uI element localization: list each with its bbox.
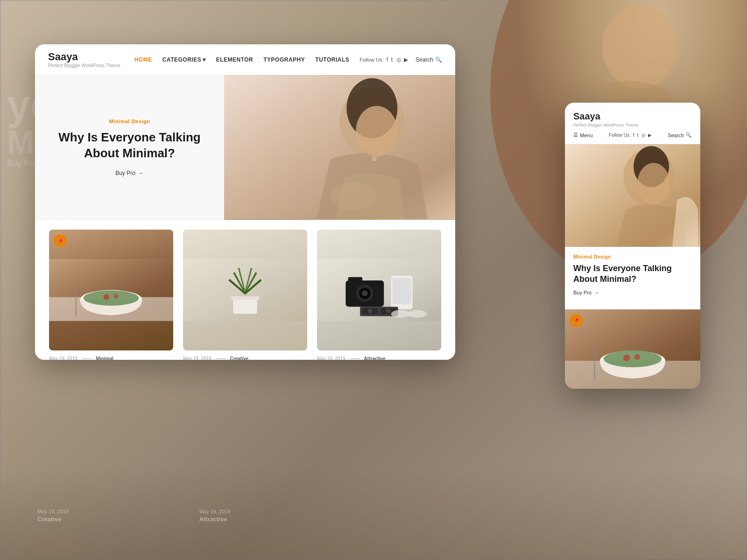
- post-card-2: May 19, 2019 Creative Basically Sum Up Y…: [178, 230, 312, 350]
- mobile-pin-badge: 📌: [570, 314, 583, 327]
- bowl-svg: [49, 230, 173, 350]
- desktop-card: Saaya Perfect Blogger WordPress Theme HO…: [35, 44, 455, 360]
- post-image-3: [317, 230, 441, 350]
- mobile-nav-row: ☰ Menu Follow Us: f 𝕥 ◎ ▶ Search 🔍: [573, 132, 692, 138]
- svg-point-7: [372, 157, 377, 161]
- desktop-hero: Minimal Design Why Is Everyone Talking A…: [35, 75, 455, 220]
- post-meta-1: May 19, 2019 Minimal: [49, 356, 173, 360]
- post-image-1: 📌: [49, 230, 173, 350]
- svg-rect-25: [393, 278, 411, 304]
- desktop-navbar: Saaya Perfect Blogger WordPress Theme HO…: [35, 44, 455, 75]
- mobile-category-tag: Minimal Design: [573, 254, 692, 259]
- post-card-3: May 19, 2019 Attractive Why You Should N…: [312, 230, 446, 350]
- svg-point-1: [602, 5, 677, 89]
- hero-image-panel: [224, 75, 455, 220]
- hero-woman-svg: [224, 75, 455, 220]
- mobile-header: Saaya Perfect Blogger WordPress Theme ☰ …: [565, 103, 700, 144]
- svg-point-4: [331, 182, 377, 210]
- svg-point-12: [104, 294, 109, 300]
- svg-rect-43: [594, 347, 595, 379]
- bg-bottom-fade: [0, 467, 747, 560]
- mobile-hero-svg: [565, 144, 700, 247]
- svg-point-36: [637, 163, 670, 205]
- svg-rect-17: [231, 296, 259, 300]
- nav-elementor[interactable]: ELEMENTOR: [216, 56, 254, 63]
- desktop-brand-title: Saaya: [48, 51, 120, 63]
- mobile-follow-label: Follow Us:: [609, 133, 631, 138]
- meta-divider-3: [350, 358, 359, 359]
- plant-svg: [183, 230, 307, 350]
- search-label: Search: [416, 56, 433, 63]
- mobile-hero-title: Why Is Everyone Talking About Minimal?: [573, 263, 692, 285]
- mobile-menu-button[interactable]: ☰ Menu: [573, 132, 593, 138]
- svg-rect-23: [348, 277, 363, 282]
- mobile-twitter-icon[interactable]: 𝕥: [637, 133, 639, 138]
- facebook-icon[interactable]: f: [387, 56, 388, 63]
- mobile-hero-content: Minimal Design Why Is Everyone Talking A…: [565, 247, 700, 309]
- svg-point-22: [362, 290, 367, 296]
- post-meta-2: May 19, 2019 Creative: [183, 356, 307, 360]
- svg-point-6: [356, 106, 397, 157]
- desktop-brand: Saaya Perfect Blogger WordPress Theme: [48, 51, 120, 68]
- arrow-right-icon: →: [138, 170, 144, 176]
- search-icon: 🔍: [435, 56, 442, 63]
- desktop-nav-social: Follow Us: f 𝕥 ◎ ▶: [359, 56, 408, 63]
- nav-home[interactable]: HOME: [134, 56, 152, 63]
- desktop-brand-subtitle: Perfect Blogger WordPress Theme: [48, 63, 120, 68]
- youtube-icon[interactable]: ▶: [404, 56, 408, 63]
- pin-badge-1: 📌: [54, 234, 67, 247]
- hamburger-icon: ☰: [573, 132, 578, 138]
- hero-image: [224, 75, 455, 220]
- svg-point-40: [604, 350, 662, 367]
- chevron-down-icon: ▾: [203, 56, 206, 63]
- svg-point-11: [84, 290, 139, 306]
- svg-point-32: [408, 310, 427, 317]
- mobile-instagram-icon[interactable]: ◎: [641, 133, 646, 138]
- post-meta-3: May 19, 2019 Attractive: [317, 356, 441, 360]
- mobile-social: Follow Us: f 𝕥 ◎ ▶: [609, 133, 651, 138]
- nav-categories[interactable]: CATEGORIES ▾: [162, 56, 206, 63]
- nav-tutorials[interactable]: TUTORIALS: [315, 56, 349, 63]
- hero-title: Why Is Everyone Talking About Minimal?: [49, 130, 210, 161]
- follow-us-label: Follow Us:: [359, 57, 383, 63]
- meta-divider-2: [216, 358, 226, 359]
- mobile-arrow-icon: →: [594, 290, 599, 295]
- mobile-post-image: 📌: [565, 309, 700, 389]
- mobile-youtube-icon[interactable]: ▶: [648, 133, 652, 138]
- instagram-icon[interactable]: ◎: [396, 56, 401, 63]
- post-card-1: 📌: [44, 230, 178, 350]
- camera-svg: [317, 230, 441, 350]
- mobile-facebook-icon[interactable]: f: [633, 133, 634, 138]
- desktop-posts-grid: 📌: [35, 220, 455, 360]
- mobile-buy-button[interactable]: Buy Pro →: [573, 290, 692, 295]
- nav-typography[interactable]: TYPOGRAPHY: [263, 56, 305, 63]
- desktop-nav-links: HOME CATEGORIES ▾ ELEMENTOR TYPOGRAPHY T…: [134, 56, 360, 63]
- twitter-icon[interactable]: 𝕥: [391, 56, 394, 63]
- svg-point-30: [386, 308, 390, 313]
- svg-point-13: [113, 294, 118, 299]
- meta-divider-1: [82, 358, 92, 359]
- mobile-search-icon: 🔍: [685, 132, 692, 138]
- mobile-brand-title: Saaya: [573, 111, 692, 122]
- svg-point-42: [634, 354, 640, 360]
- mobile-hero-image: [565, 144, 700, 247]
- hero-text-panel: Minimal Design Why Is Everyone Talking A…: [35, 75, 224, 220]
- mobile-brand-subtitle: Perfect Blogger WordPress Theme: [573, 123, 692, 127]
- desktop-search[interactable]: Search 🔍: [416, 56, 442, 63]
- hero-buy-button[interactable]: Buy Pro →: [115, 170, 144, 176]
- mobile-card: Saaya Perfect Blogger WordPress Theme ☰ …: [565, 103, 700, 389]
- svg-rect-14: [75, 287, 77, 316]
- mobile-bowl-svg: [565, 309, 700, 389]
- mobile-search[interactable]: Search 🔍: [668, 132, 692, 138]
- hero-category-tag: Minimal Design: [109, 119, 150, 124]
- svg-point-29: [367, 308, 372, 313]
- svg-point-31: [391, 310, 410, 317]
- svg-point-41: [623, 355, 630, 361]
- post-image-2: [183, 230, 307, 350]
